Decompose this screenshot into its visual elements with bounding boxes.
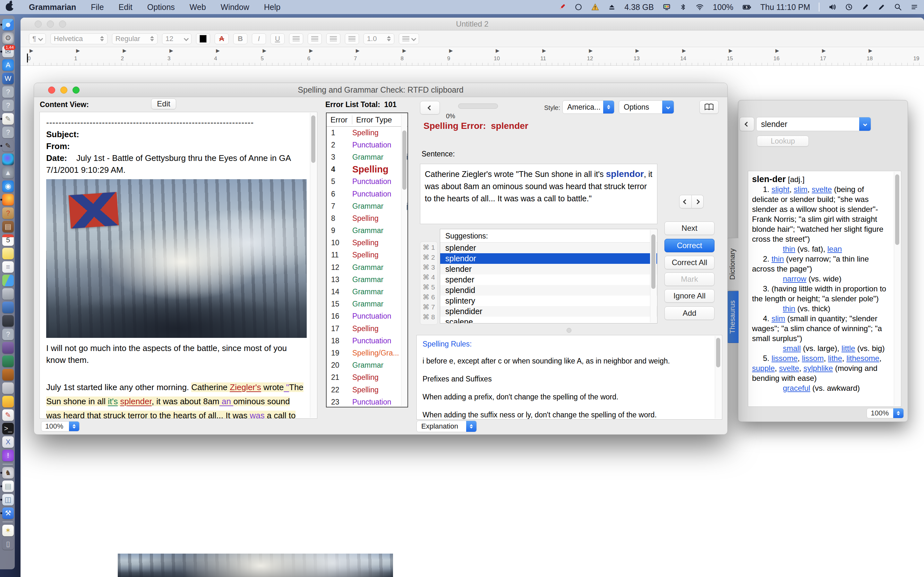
dock-app-icon[interactable] bbox=[0, 462, 15, 466]
app-tile[interactable] bbox=[2, 301, 14, 313]
app-tile[interactable]: ? bbox=[2, 127, 14, 138]
pencil-tool-icon[interactable] bbox=[878, 3, 885, 11]
app-tile[interactable]: ⚙ bbox=[2, 32, 14, 44]
list-style-dropdown[interactable] bbox=[399, 33, 419, 44]
dock-app-icon[interactable] bbox=[0, 395, 15, 408]
app-tile[interactable]: 5 bbox=[2, 234, 14, 246]
dictionary-zoom-dropdown[interactable]: 100% bbox=[867, 408, 904, 418]
dock-app-icon[interactable]: ▯ bbox=[0, 537, 15, 551]
app-tile[interactable]: ◫ bbox=[2, 494, 14, 506]
dock-app-icon[interactable]: ⚒ bbox=[0, 506, 15, 520]
suggestion-item[interactable]: scalene bbox=[440, 317, 657, 324]
dock-app-icon[interactable]: ☻ bbox=[0, 18, 15, 31]
add-button[interactable]: Add bbox=[664, 306, 714, 320]
app-tile[interactable]: X bbox=[2, 436, 14, 448]
bold-button[interactable]: B bbox=[233, 33, 247, 44]
app-tile[interactable]: ? bbox=[2, 100, 14, 111]
error-row[interactable]: 13 Grammar bbox=[326, 274, 407, 285]
options-dropdown[interactable]: Options bbox=[619, 100, 674, 114]
tab-stop-marker[interactable]: ▶ bbox=[682, 48, 729, 55]
error-row[interactable]: 1 Spelling bbox=[326, 127, 407, 139]
tab-stop-marker[interactable]: ▶ bbox=[76, 48, 123, 55]
scrollbar[interactable] bbox=[894, 172, 900, 406]
dock-app-icon[interactable]: 5 bbox=[0, 234, 15, 247]
bluetooth-icon[interactable] bbox=[680, 3, 687, 11]
font-family-dropdown[interactable]: Helvetica bbox=[50, 33, 107, 44]
underline-button[interactable]: U bbox=[270, 33, 284, 44]
suggestion-item[interactable]: slender bbox=[440, 264, 657, 274]
scrollbar[interactable] bbox=[310, 113, 317, 418]
tab-stop-marker[interactable]: ▶ bbox=[496, 48, 542, 55]
scrollbar[interactable] bbox=[650, 230, 656, 322]
volume-icon[interactable] bbox=[828, 3, 837, 11]
menu-item[interactable]: Web bbox=[190, 3, 206, 12]
dock-app-icon[interactable]: ✶ bbox=[0, 524, 15, 537]
tab-stop-marker[interactable]: ▶ bbox=[29, 48, 76, 55]
app-tile[interactable]: ? bbox=[2, 207, 14, 219]
error-row[interactable]: 21 Spelling bbox=[326, 372, 407, 384]
lookup-button[interactable]: Lookup bbox=[757, 135, 809, 147]
stepper-icon[interactable] bbox=[603, 101, 614, 113]
dock-app-icon[interactable] bbox=[0, 382, 15, 395]
app-tile[interactable]: ✎ bbox=[2, 409, 14, 421]
dock-app-icon[interactable] bbox=[0, 301, 15, 314]
menu-item[interactable]: File bbox=[91, 3, 103, 12]
scrollbar-thumb[interactable] bbox=[402, 131, 407, 190]
dock-app-icon[interactable] bbox=[0, 368, 15, 382]
previous-error-button[interactable] bbox=[420, 101, 440, 114]
app-tile[interactable] bbox=[2, 342, 14, 354]
content-view[interactable]: ----------------------------------------… bbox=[39, 112, 317, 419]
align-left-button[interactable] bbox=[289, 33, 303, 44]
app-tile[interactable]: ? bbox=[2, 329, 14, 340]
app-tile[interactable]: ! bbox=[2, 450, 14, 461]
suggestion-item[interactable]: splendor bbox=[440, 253, 657, 264]
error-row[interactable]: 19 Spelling/Gra... bbox=[326, 347, 407, 359]
app-tile[interactable]: ▤ bbox=[2, 480, 14, 492]
dock-app-icon[interactable] bbox=[0, 341, 15, 355]
pen-tool-icon[interactable] bbox=[861, 3, 869, 11]
error-row[interactable]: 22 Spelling bbox=[326, 384, 407, 396]
circle-status-icon[interactable] bbox=[575, 3, 582, 11]
stepper-icon[interactable] bbox=[893, 408, 903, 418]
suggestion-item[interactable]: spender bbox=[440, 274, 657, 285]
dock-app-icon[interactable]: ♞ bbox=[0, 466, 15, 480]
dictionary-book-button[interactable] bbox=[699, 100, 719, 114]
dock-app-icon[interactable] bbox=[0, 314, 15, 327]
error-row[interactable]: 12 Grammar bbox=[326, 261, 407, 274]
error-row[interactable]: 8 Spelling bbox=[326, 212, 407, 224]
error-row[interactable]: 9 Grammar bbox=[326, 225, 407, 237]
dock-app-icon[interactable]: ⚙ bbox=[0, 31, 15, 45]
dock-app-icon[interactable]: X bbox=[0, 435, 15, 449]
correct-all-button[interactable]: Correct All bbox=[664, 256, 714, 269]
app-tile[interactable]: ? bbox=[2, 86, 14, 98]
tab-stop-marker[interactable]: ▶ bbox=[309, 48, 356, 55]
dock-app-icon[interactable]: W bbox=[0, 72, 15, 85]
tab-stop-marker[interactable]: ▶ bbox=[262, 48, 309, 55]
dock-app-icon[interactable]: ✉ 1,44 bbox=[0, 45, 15, 58]
next-suggestion-button[interactable] bbox=[692, 195, 704, 208]
dictionary-search-combobox[interactable]: slender bbox=[756, 117, 871, 131]
suggestion-item[interactable]: splendider bbox=[440, 306, 657, 317]
dialog-titlebar[interactable]: Spelling and Grammar Check: RTFD clipboa… bbox=[34, 83, 727, 97]
column-header-error-type[interactable]: Error Type bbox=[352, 115, 406, 124]
marker-tool-icon[interactable] bbox=[558, 3, 566, 11]
app-menu[interactable]: Grammarian bbox=[29, 3, 76, 12]
suggestion-item[interactable]: splintery bbox=[440, 295, 657, 306]
dock-app-icon[interactable]: ✎ bbox=[0, 139, 15, 153]
app-tile[interactable] bbox=[2, 194, 14, 205]
tab-stop-marker[interactable]: ▶ bbox=[356, 48, 402, 55]
dock-app-icon[interactable]: ? bbox=[0, 99, 15, 112]
font-style-dropdown[interactable]: Regular bbox=[112, 33, 158, 44]
error-row[interactable]: 10 Spelling bbox=[326, 237, 407, 249]
apple-menu-icon[interactable] bbox=[6, 3, 13, 11]
app-tile[interactable]: ☻ bbox=[2, 19, 14, 31]
app-tile[interactable]: >_ bbox=[2, 423, 14, 434]
spelling-rules-panel[interactable]: Spelling Rules: i before e, except after… bbox=[417, 335, 722, 420]
dock-app-icon[interactable]: >_ bbox=[0, 422, 15, 435]
menu-clock[interactable]: Thu 11:10 PM bbox=[760, 3, 810, 12]
app-tile[interactable]: ◉ bbox=[2, 181, 14, 192]
app-tile[interactable]: ▲ bbox=[2, 167, 14, 179]
app-tile[interactable]: ⚒ bbox=[2, 508, 14, 519]
dock-app-icon[interactable]: ≡ bbox=[0, 260, 15, 274]
dock-app-icon[interactable]: ◫ bbox=[0, 493, 15, 506]
